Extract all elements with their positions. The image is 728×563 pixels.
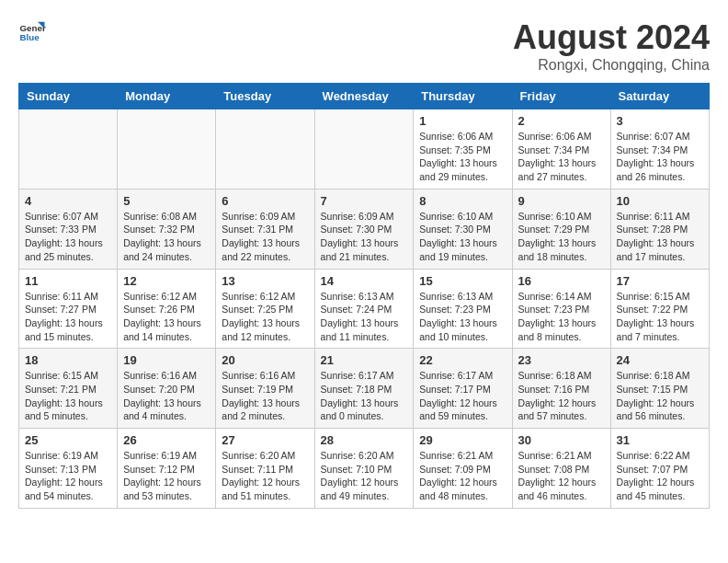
day-info: Sunrise: 6:13 AM Sunset: 7:23 PM Dayligh…: [419, 290, 506, 344]
day-info: Sunrise: 6:20 AM Sunset: 7:11 PM Dayligh…: [222, 449, 308, 503]
day-number: 20: [222, 353, 308, 367]
day-number: 17: [617, 274, 703, 288]
calendar-cell: [118, 109, 216, 190]
day-number: 30: [518, 433, 605, 447]
day-number: 28: [321, 433, 408, 447]
calendar-cell: 26Sunrise: 6:19 AM Sunset: 7:12 PM Dayli…: [118, 429, 216, 509]
day-info: Sunrise: 6:16 AM Sunset: 7:19 PM Dayligh…: [222, 369, 308, 423]
calendar-cell: [216, 109, 314, 190]
day-number: 10: [617, 194, 703, 208]
day-number: 23: [518, 353, 605, 367]
day-info: Sunrise: 6:21 AM Sunset: 7:09 PM Dayligh…: [419, 449, 506, 503]
calendar-cell: 21Sunrise: 6:17 AM Sunset: 7:18 PM Dayli…: [314, 349, 414, 429]
calendar-cell: 7Sunrise: 6:09 AM Sunset: 7:30 PM Daylig…: [314, 189, 414, 269]
day-number: 7: [321, 194, 408, 208]
day-info: Sunrise: 6:10 AM Sunset: 7:29 PM Dayligh…: [518, 210, 605, 264]
calendar-cell: 9Sunrise: 6:10 AM Sunset: 7:29 PM Daylig…: [512, 189, 610, 269]
day-info: Sunrise: 6:09 AM Sunset: 7:30 PM Dayligh…: [321, 210, 408, 264]
day-info: Sunrise: 6:20 AM Sunset: 7:10 PM Dayligh…: [321, 449, 408, 503]
calendar-cell: 10Sunrise: 6:11 AM Sunset: 7:28 PM Dayli…: [610, 189, 709, 269]
weekday-header-thursday: Thursday: [414, 84, 512, 109]
day-number: 25: [25, 433, 111, 447]
logo-icon: General Blue: [18, 18, 46, 46]
logo: General Blue: [18, 18, 46, 46]
day-info: Sunrise: 6:14 AM Sunset: 7:23 PM Dayligh…: [518, 290, 605, 344]
calendar-cell: 24Sunrise: 6:18 AM Sunset: 7:15 PM Dayli…: [610, 349, 709, 429]
calendar-cell: 4Sunrise: 6:07 AM Sunset: 7:33 PM Daylig…: [19, 189, 118, 269]
day-info: Sunrise: 6:07 AM Sunset: 7:33 PM Dayligh…: [25, 210, 111, 264]
calendar-cell: 25Sunrise: 6:19 AM Sunset: 7:13 PM Dayli…: [19, 429, 118, 509]
day-info: Sunrise: 6:18 AM Sunset: 7:15 PM Dayligh…: [617, 369, 703, 423]
day-number: 22: [419, 353, 506, 367]
svg-text:Blue: Blue: [20, 32, 40, 42]
day-info: Sunrise: 6:22 AM Sunset: 7:07 PM Dayligh…: [617, 449, 703, 503]
day-info: Sunrise: 6:10 AM Sunset: 7:30 PM Dayligh…: [419, 210, 506, 264]
calendar-cell: 8Sunrise: 6:10 AM Sunset: 7:30 PM Daylig…: [414, 189, 512, 269]
page-header: General Blue August 2024 Rongxi, Chongqi…: [18, 18, 710, 74]
weekday-header-wednesday: Wednesday: [314, 84, 414, 109]
calendar-cell: 29Sunrise: 6:21 AM Sunset: 7:09 PM Dayli…: [414, 429, 512, 509]
day-number: 13: [222, 274, 308, 288]
calendar-week-1: 1Sunrise: 6:06 AM Sunset: 7:35 PM Daylig…: [19, 109, 710, 190]
day-number: 26: [123, 433, 210, 447]
day-info: Sunrise: 6:19 AM Sunset: 7:12 PM Dayligh…: [123, 449, 210, 503]
day-number: 16: [518, 274, 605, 288]
day-number: 29: [419, 433, 506, 447]
calendar-week-5: 25Sunrise: 6:19 AM Sunset: 7:13 PM Dayli…: [19, 429, 710, 509]
calendar-cell: 20Sunrise: 6:16 AM Sunset: 7:19 PM Dayli…: [216, 349, 314, 429]
calendar-cell: 3Sunrise: 6:07 AM Sunset: 7:34 PM Daylig…: [610, 109, 709, 190]
calendar-cell: 14Sunrise: 6:13 AM Sunset: 7:24 PM Dayli…: [314, 269, 414, 349]
weekday-header-friday: Friday: [512, 84, 610, 109]
calendar-cell: 13Sunrise: 6:12 AM Sunset: 7:25 PM Dayli…: [216, 269, 314, 349]
day-info: Sunrise: 6:12 AM Sunset: 7:25 PM Dayligh…: [222, 290, 308, 344]
day-info: Sunrise: 6:17 AM Sunset: 7:18 PM Dayligh…: [321, 369, 408, 423]
day-number: 1: [419, 114, 506, 128]
calendar-cell: 11Sunrise: 6:11 AM Sunset: 7:27 PM Dayli…: [19, 269, 118, 349]
day-info: Sunrise: 6:17 AM Sunset: 7:17 PM Dayligh…: [419, 369, 506, 423]
day-number: 9: [518, 194, 605, 208]
weekday-header-tuesday: Tuesday: [216, 84, 314, 109]
calendar-cell: 22Sunrise: 6:17 AM Sunset: 7:17 PM Dayli…: [414, 349, 512, 429]
day-info: Sunrise: 6:15 AM Sunset: 7:22 PM Dayligh…: [617, 290, 703, 344]
day-number: 5: [123, 194, 210, 208]
calendar-cell: 15Sunrise: 6:13 AM Sunset: 7:23 PM Dayli…: [414, 269, 512, 349]
day-info: Sunrise: 6:06 AM Sunset: 7:35 PM Dayligh…: [419, 130, 506, 184]
day-number: 2: [518, 114, 605, 128]
day-number: 21: [321, 353, 408, 367]
day-number: 12: [123, 274, 210, 288]
calendar-cell: [314, 109, 414, 190]
calendar-cell: 5Sunrise: 6:08 AM Sunset: 7:32 PM Daylig…: [118, 189, 216, 269]
day-info: Sunrise: 6:07 AM Sunset: 7:34 PM Dayligh…: [617, 130, 703, 184]
day-number: 3: [617, 114, 703, 128]
day-info: Sunrise: 6:21 AM Sunset: 7:08 PM Dayligh…: [518, 449, 605, 503]
calendar-cell: 27Sunrise: 6:20 AM Sunset: 7:11 PM Dayli…: [216, 429, 314, 509]
day-info: Sunrise: 6:09 AM Sunset: 7:31 PM Dayligh…: [222, 210, 308, 264]
weekday-header-saturday: Saturday: [610, 84, 709, 109]
day-number: 31: [617, 433, 703, 447]
day-info: Sunrise: 6:12 AM Sunset: 7:26 PM Dayligh…: [123, 290, 210, 344]
day-info: Sunrise: 6:11 AM Sunset: 7:28 PM Dayligh…: [617, 210, 703, 264]
calendar-cell: 28Sunrise: 6:20 AM Sunset: 7:10 PM Dayli…: [314, 429, 414, 509]
calendar-week-2: 4Sunrise: 6:07 AM Sunset: 7:33 PM Daylig…: [19, 189, 710, 269]
calendar-cell: 12Sunrise: 6:12 AM Sunset: 7:26 PM Dayli…: [118, 269, 216, 349]
day-info: Sunrise: 6:18 AM Sunset: 7:16 PM Dayligh…: [518, 369, 605, 423]
day-number: 8: [419, 194, 506, 208]
calendar-cell: 2Sunrise: 6:06 AM Sunset: 7:34 PM Daylig…: [512, 109, 610, 190]
calendar-cell: 17Sunrise: 6:15 AM Sunset: 7:22 PM Dayli…: [610, 269, 709, 349]
weekday-header-row: SundayMondayTuesdayWednesdayThursdayFrid…: [19, 84, 710, 109]
day-number: 6: [222, 194, 308, 208]
month-year-title: August 2024: [513, 18, 710, 57]
calendar-cell: 30Sunrise: 6:21 AM Sunset: 7:08 PM Dayli…: [512, 429, 610, 509]
calendar-cell: 16Sunrise: 6:14 AM Sunset: 7:23 PM Dayli…: [512, 269, 610, 349]
calendar-cell: 18Sunrise: 6:15 AM Sunset: 7:21 PM Dayli…: [19, 349, 118, 429]
calendar-week-4: 18Sunrise: 6:15 AM Sunset: 7:21 PM Dayli…: [19, 349, 710, 429]
day-info: Sunrise: 6:16 AM Sunset: 7:20 PM Dayligh…: [123, 369, 210, 423]
calendar-cell: [19, 109, 118, 190]
day-number: 24: [617, 353, 703, 367]
day-info: Sunrise: 6:08 AM Sunset: 7:32 PM Dayligh…: [123, 210, 210, 264]
weekday-header-sunday: Sunday: [19, 84, 118, 109]
day-number: 14: [321, 274, 408, 288]
title-section: August 2024 Rongxi, Chongqing, China: [513, 18, 710, 74]
calendar-cell: 1Sunrise: 6:06 AM Sunset: 7:35 PM Daylig…: [414, 109, 512, 190]
day-info: Sunrise: 6:06 AM Sunset: 7:34 PM Dayligh…: [518, 130, 605, 184]
